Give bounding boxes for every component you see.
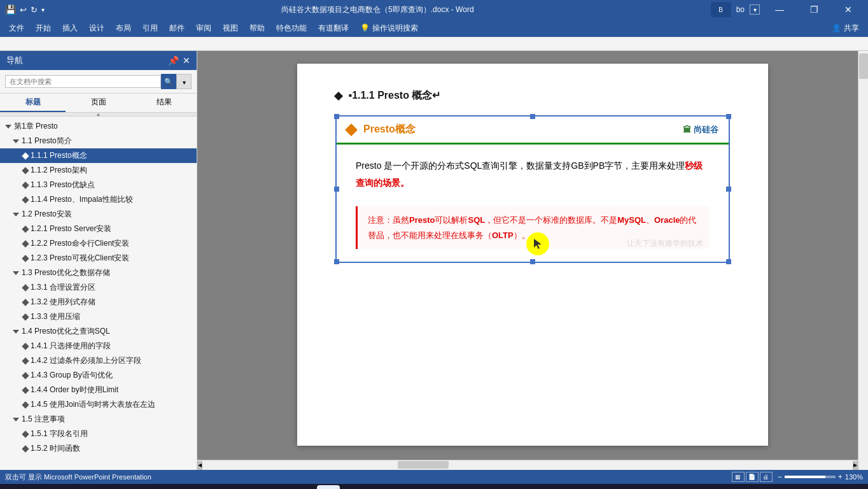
- tree-label: 1.3.3 使用压缩: [31, 311, 80, 322]
- tree-label: 1.1.3 Presto优缺点: [31, 180, 95, 190]
- slide-title: Presto概念: [347, 123, 416, 136]
- zoom-slider[interactable]: [785, 476, 836, 478]
- taskbar-app-notepad[interactable]: 🗒: [148, 485, 171, 489]
- taskbar-app-music[interactable]: 🎵: [244, 485, 267, 489]
- tree-item-1-1-4[interactable]: 1.1.4 Presto、Impala性能比较: [0, 192, 197, 207]
- ribbon-content: [5, 40, 7, 47]
- menu-file[interactable]: 文件: [4, 20, 29, 36]
- cursor-icon: [533, 237, 543, 250]
- sidebar-tabs: 标题 页面 结果: [0, 94, 197, 113]
- ribbon-toggle-icon[interactable]: ▾: [750, 4, 760, 15]
- scroll-right-btn[interactable]: ▶: [853, 461, 858, 470]
- zoom-in-icon[interactable]: +: [838, 472, 843, 481]
- search-input[interactable]: [5, 75, 161, 88]
- taskview-button[interactable]: ❑: [51, 485, 74, 489]
- menu-view[interactable]: 视图: [218, 20, 243, 36]
- tree-item-1-5-1[interactable]: 1.5.1 字段名引用: [0, 427, 197, 441]
- diamond-icon: [22, 181, 29, 188]
- menu-feature[interactable]: 特色功能: [271, 20, 312, 36]
- menu-start[interactable]: 开始: [31, 20, 56, 36]
- search-button[interactable]: 🔍: [161, 74, 176, 89]
- user-avatar[interactable]: B: [711, 2, 731, 17]
- tree-item-1-4-2[interactable]: 1.4.2 过滤条件必须加上分区字段: [0, 353, 197, 368]
- sidebar-controls: 📌 ✕: [168, 55, 190, 66]
- undo-icon[interactable]: ↩: [20, 5, 27, 15]
- close-button[interactable]: ✕: [834, 0, 863, 19]
- taskbar-ppt[interactable]: P: [341, 485, 364, 489]
- taskbar-app-camera[interactable]: 📷: [123, 485, 146, 489]
- tree-item-1-4[interactable]: 1.4 Presto优化之查询SQL: [0, 324, 197, 339]
- sidebar-close-icon[interactable]: ✕: [183, 55, 190, 66]
- restore-button[interactable]: ❐: [799, 0, 829, 19]
- menu-reference[interactable]: 引用: [137, 20, 163, 36]
- tree-label: 1.4 Presto优化之查询SQL: [22, 326, 110, 337]
- tree-item-1-1-1[interactable]: 1.1.1 Presto概念: [0, 148, 197, 163]
- tree-item-ch1[interactable]: 第1章 Presto: [0, 119, 197, 134]
- tree-item-1-2-1[interactable]: 1.2.1 Presto Server安装: [0, 222, 197, 236]
- slide-logo-text: 尚硅谷: [694, 125, 718, 134]
- tree-item-1-1-2[interactable]: 1.1.2 Presto架构: [0, 163, 197, 178]
- view-print-icon[interactable]: 🖨: [760, 472, 773, 482]
- status-message: 双击可 显示 Microsoft PowerPoint Presentation: [5, 472, 151, 482]
- menu-search[interactable]: 💡 操作说明搜索: [355, 20, 423, 36]
- diamond-icon: [22, 299, 29, 306]
- tree-item-1-5-2[interactable]: 1.5.2 时间函数: [0, 441, 197, 456]
- tree-item-1-3[interactable]: 1.3 Presto优化之数据存储: [0, 266, 197, 280]
- search-button[interactable]: 🔍: [27, 485, 50, 489]
- menu-review[interactable]: 审阅: [191, 20, 216, 36]
- tree-item-1-3-1[interactable]: 1.3.1 合理设置分区: [0, 280, 197, 295]
- content-area[interactable]: ▪1.1.1 Presto 概念↵ Presto概念: [197, 51, 868, 470]
- anchor-bl: [334, 259, 339, 264]
- tree-item-1-4-1[interactable]: 1.4.1 只选择使用的字段: [0, 339, 197, 353]
- tree-item-1-2-3[interactable]: 1.2.3 Presto可视化Client安装: [0, 251, 197, 266]
- menu-bar: 文件 开始 插入 设计 布局 引用 邮件 审阅 视图 帮助 特色功能 有道翻译 …: [0, 19, 868, 37]
- zoom-out-icon[interactable]: −: [778, 472, 782, 481]
- view-normal-icon[interactable]: ▦: [732, 472, 745, 482]
- scrollbar-thumb[interactable]: [859, 53, 868, 79]
- taskbar-word[interactable]: W: [317, 485, 340, 489]
- tree-item-1-3-2[interactable]: 1.3.2 使用列式存储: [0, 295, 197, 309]
- view-reader-icon[interactable]: 📄: [746, 472, 759, 482]
- menu-design[interactable]: 设计: [84, 20, 109, 36]
- sidebar: 导航 📌 ✕ 🔍 ▾ 标题 页面 结果 ▲: [0, 51, 197, 470]
- tree-item-1-2-2[interactable]: 1.2.2 Presto命令行Client安装: [0, 236, 197, 251]
- tree-label: 1.3.1 合理设置分区: [31, 282, 95, 293]
- tree-label: 1.3.2 使用列式存储: [31, 297, 95, 308]
- taskbar-app-chart[interactable]: 📊: [220, 485, 243, 489]
- tab-results[interactable]: 结果: [131, 94, 197, 112]
- scroll-left-btn[interactable]: ◀: [197, 461, 202, 470]
- taskbar-app-tool[interactable]: 🔧: [196, 485, 219, 489]
- taskbar-app-chat[interactable]: 💬: [269, 485, 291, 489]
- tree-item-1-4-4[interactable]: 1.4.4 Order by时使用Limit: [0, 383, 197, 397]
- redo-icon[interactable]: ↻: [31, 5, 38, 15]
- sidebar-pin-icon[interactable]: 📌: [168, 55, 179, 66]
- tree-item-1-3-3[interactable]: 1.3.3 使用压缩: [0, 309, 197, 324]
- menu-insert[interactable]: 插入: [57, 20, 83, 36]
- tree-item-1-2[interactable]: 1.2 Presto安装: [0, 207, 197, 222]
- horizontal-scrollbar[interactable]: ◀ ▶: [197, 460, 858, 470]
- taskbar-file-explorer[interactable]: 📁: [75, 485, 98, 489]
- taskbar-app-phone[interactable]: 📱: [293, 485, 316, 489]
- menu-layout[interactable]: 布局: [111, 20, 136, 36]
- tree-item-1-4-3[interactable]: 1.4.3 Group By语句优化: [0, 368, 197, 383]
- scroll-thumb[interactable]: [398, 461, 449, 469]
- search-expand-button[interactable]: ▾: [176, 74, 192, 89]
- tree-item-1-4-5[interactable]: 1.4.5 使用Join语句时将大表放在左边: [0, 397, 197, 412]
- menu-help[interactable]: 帮助: [244, 20, 270, 36]
- tab-headings[interactable]: 标题: [0, 94, 66, 112]
- start-button[interactable]: ⊞: [3, 485, 25, 489]
- tab-pages[interactable]: 页面: [66, 94, 131, 112]
- menu-share[interactable]: 👤 共享: [827, 20, 864, 36]
- tree-item-1-5[interactable]: 1.5 注意事项: [0, 412, 197, 427]
- diamond-icon: [22, 240, 29, 247]
- menu-translate[interactable]: 有道翻译: [313, 20, 354, 36]
- taskbar-edge[interactable]: 🌐: [99, 485, 122, 489]
- menu-mail[interactable]: 邮件: [164, 20, 190, 36]
- save-icon[interactable]: 💾: [5, 4, 16, 15]
- scroll-track[interactable]: [202, 460, 853, 470]
- tree-item-1-1-3[interactable]: 1.1.3 Presto优缺点: [0, 178, 197, 192]
- taskbar-app-game[interactable]: 🎮: [172, 485, 195, 489]
- tree-item-1-1[interactable]: 1.1 Presto简介: [0, 134, 197, 148]
- vertical-scrollbar[interactable]: [858, 51, 868, 470]
- minimize-button[interactable]: —: [765, 0, 794, 19]
